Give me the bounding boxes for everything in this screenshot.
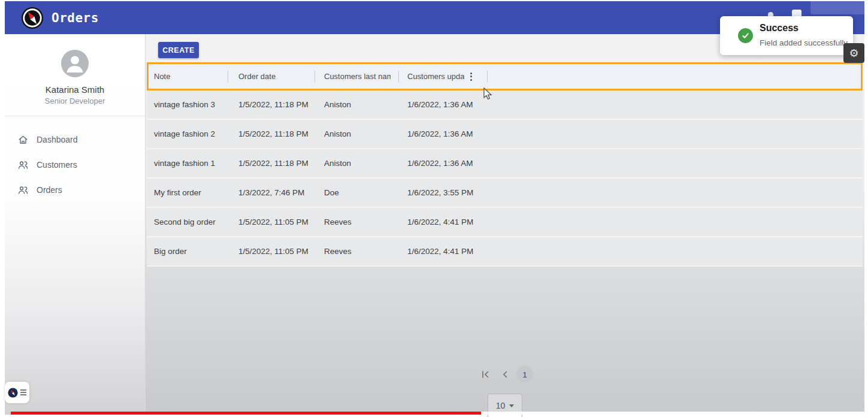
user-role: Senior Developer: [5, 96, 145, 105]
create-button[interactable]: CREATE: [158, 42, 199, 58]
cell-updated: 1/6/2022, 1:36 AM: [399, 149, 488, 177]
cell-last_name: Aniston: [315, 90, 399, 119]
cell-filler: [488, 90, 863, 119]
bottom-logo-menu-button[interactable]: [5, 382, 29, 403]
menu-icon: [20, 389, 26, 395]
orders-table: Note Order date Customers last name Cust…: [147, 62, 863, 267]
sidebar-item-dashboard[interactable]: Dashboard: [5, 127, 145, 152]
column-header-customers-last-name[interactable]: Customers last name: [315, 62, 399, 90]
appbar-hovered-action[interactable]: [810, 1, 864, 14]
compass-logo-icon: [21, 7, 44, 29]
mouse-cursor: [483, 87, 492, 101]
first-page-button[interactable]: [477, 366, 494, 383]
home-icon: [17, 134, 29, 146]
people-icon: [17, 159, 29, 171]
table-header-row: Note Order date Customers last name Cust…: [147, 62, 863, 90]
sidebar-item-label: Orders: [37, 185, 62, 195]
cell-order_date: 1/5/2022, 11:05 PM: [228, 237, 315, 265]
cell-updated: 1/6/2022, 3:55 PM: [399, 179, 488, 207]
column-header-note[interactable]: Note: [147, 62, 228, 90]
cell-note: My first order: [147, 179, 228, 207]
table-body: vintage fashion 31/5/2022, 11:18 PMAnist…: [147, 90, 863, 267]
main-content: CREATE Note Order date Customers last na…: [146, 34, 864, 415]
table-row[interactable]: vintage fashion 11/5/2022, 11:18 PMAnist…: [147, 149, 863, 179]
video-progress-played[interactable]: [11, 412, 481, 415]
page-number-button[interactable]: 1: [516, 366, 533, 383]
chevron-down-icon: [509, 404, 514, 407]
cell-note: vintage fashion 2: [147, 120, 228, 148]
toast-title: Success: [760, 23, 799, 34]
cell-filler: [488, 208, 863, 236]
column-menu-icon[interactable]: [470, 72, 472, 81]
settings-gear-button[interactable]: ⚙: [843, 43, 864, 63]
cell-note: Big order: [147, 237, 228, 265]
toast-message: Field added successfully: [760, 38, 848, 47]
sidebar-menu: Dashboard Customers Orders: [5, 116, 145, 203]
cell-updated: 1/6/2022, 1:36 AM: [399, 90, 488, 119]
success-check-icon: [738, 28, 753, 43]
sidebar-item-label: Customers: [37, 160, 77, 170]
table-row[interactable]: Big order1/5/2022, 11:05 PMReeves1/6/202…: [147, 237, 863, 267]
cell-filler: [488, 237, 863, 265]
page-size-value: 10: [496, 401, 506, 410]
cell-updated: 1/6/2022, 1:36 AM: [399, 120, 488, 148]
cell-order_date: 1/5/2022, 11:05 PM: [228, 208, 315, 236]
cell-order_date: 1/5/2022, 11:18 PM: [228, 90, 315, 119]
video-progress-remaining[interactable]: [481, 412, 864, 415]
cell-order_date: 1/5/2022, 11:18 PM: [228, 120, 315, 148]
cell-last_name: Reeves: [315, 237, 399, 265]
sidebar-item-label: Dashboard: [37, 135, 78, 144]
cell-order_date: 1/3/2022, 7:46 PM: [228, 179, 315, 207]
cell-last_name: Reeves: [315, 208, 399, 236]
cell-last_name: Aniston: [315, 120, 399, 148]
cell-filler: [488, 120, 863, 148]
cell-filler: [488, 149, 863, 177]
column-header-filler: [488, 62, 863, 90]
cell-updated: 1/6/2022, 4:41 PM: [399, 208, 488, 236]
sidebar-item-orders[interactable]: Orders: [5, 177, 145, 203]
column-header-order-date[interactable]: Order date: [228, 62, 315, 90]
page-title: Orders: [52, 11, 99, 25]
column-header-customers-updated[interactable]: Customers updated: [399, 62, 488, 90]
previous-page-button[interactable]: [497, 366, 513, 383]
cell-filler: [488, 179, 863, 207]
app-window: Orders Katarina Smith Senior Developer: [5, 1, 864, 415]
cell-last_name: Aniston: [315, 149, 399, 177]
user-name: Katarina Smith: [5, 84, 145, 95]
compass-mini-icon: [8, 388, 18, 398]
table-row[interactable]: vintage fashion 21/5/2022, 11:18 PMAnist…: [147, 120, 863, 149]
success-toast[interactable]: Success Field added successfully: [720, 16, 853, 55]
table-row[interactable]: Second big order1/5/2022, 11:05 PMReeves…: [147, 208, 863, 237]
cell-last_name: Doe: [315, 179, 399, 207]
sidebar: Katarina Smith Senior Developer Dashboar…: [5, 34, 146, 415]
cell-order_date: 1/5/2022, 11:18 PM: [228, 149, 315, 177]
cell-updated: 1/6/2022, 4:41 PM: [399, 237, 488, 265]
pagination: 1: [146, 366, 864, 383]
avatar: [61, 50, 89, 77]
table-row[interactable]: My first order1/3/2022, 7:46 PMDoe1/6/20…: [147, 179, 863, 208]
table-row[interactable]: vintage fashion 31/5/2022, 11:18 PMAnist…: [147, 90, 863, 120]
people-icon: [17, 185, 29, 196]
sidebar-item-customers[interactable]: Customers: [5, 152, 145, 177]
cell-note: Second big order: [147, 208, 228, 236]
cell-note: vintage fashion 3: [147, 90, 228, 119]
cell-note: vintage fashion 1: [147, 149, 228, 177]
user-profile: Katarina Smith Senior Developer: [5, 34, 145, 116]
